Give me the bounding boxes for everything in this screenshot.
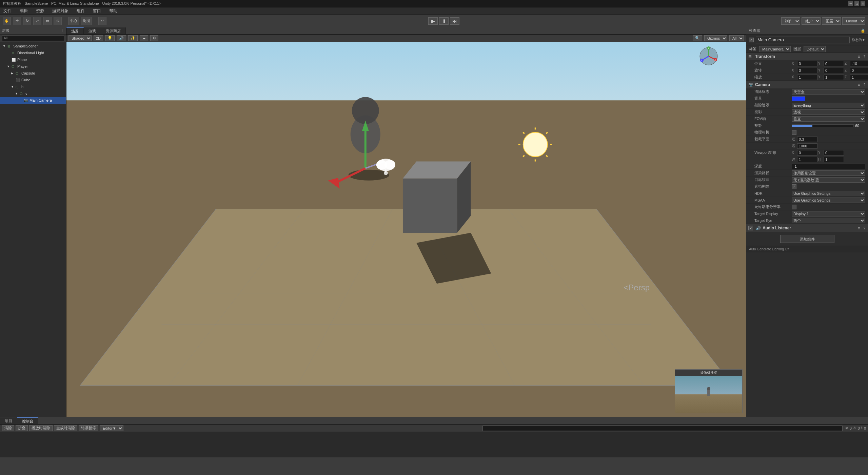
all-select[interactable]: All (729, 35, 744, 41)
position-x[interactable] (797, 61, 817, 66)
tab-scene[interactable]: 场景 (66, 27, 84, 34)
layers-dropdown[interactable]: 图层 (822, 17, 841, 25)
object-active-check[interactable]: ✓ (749, 38, 754, 42)
projection-select[interactable]: 透视 (792, 109, 865, 115)
tab-console[interactable]: 控制台 (17, 417, 38, 424)
tree-item-cube[interactable]: ⬛ Cube (0, 77, 66, 83)
tree-item-capsule[interactable]: ▶ ⬡ Capsule (0, 70, 66, 77)
target-display-select[interactable]: Display 1 (792, 211, 865, 216)
fov-axis-select[interactable]: 垂直 (792, 116, 865, 122)
account-dropdown[interactable]: 账户 (802, 17, 821, 25)
viewport-w[interactable] (797, 157, 817, 162)
tab-assetstore[interactable]: 资源商店 (101, 27, 126, 34)
tool-move[interactable]: ✛ (13, 17, 21, 25)
background-color-swatch[interactable] (792, 96, 805, 101)
scale-y[interactable] (824, 75, 844, 80)
pivot-button[interactable]: 中心 (68, 17, 79, 25)
2d-button[interactable]: 2D (94, 35, 103, 41)
minimize-button[interactable]: ─ (848, 1, 853, 6)
dynamic-res-check[interactable] (792, 205, 796, 209)
menu-component[interactable]: 组件 (75, 7, 86, 15)
viewport-x[interactable] (797, 150, 817, 156)
undo-button[interactable]: ↩ (98, 17, 106, 25)
clear-button[interactable]: 清除 (2, 425, 14, 431)
editor-dropdown[interactable]: Editor▼ (100, 425, 123, 431)
layer-select[interactable]: Default (804, 46, 826, 52)
msaa-select[interactable]: Use Graphics Settings (792, 198, 865, 203)
tool-scale[interactable]: ⤢ (33, 17, 41, 25)
static-label[interactable]: 静态的▼ (852, 38, 865, 42)
camera-help-btn[interactable]: ? (863, 83, 866, 87)
viewport-h[interactable] (824, 157, 844, 162)
audio-listener-enable-check[interactable]: ✓ (748, 226, 753, 230)
tree-item-h[interactable]: ▼ ⬡ h (0, 83, 66, 90)
scale-z[interactable] (850, 75, 868, 80)
hierarchy-menu-btn[interactable]: ⋮ (60, 28, 64, 33)
tool-rotate[interactable]: ↻ (23, 17, 31, 25)
pause-button[interactable]: ⏸ (439, 17, 449, 25)
scale-x[interactable] (797, 75, 817, 80)
clear-on-build-button[interactable]: 生成时清除 (54, 425, 77, 431)
cloud-dropdown[interactable]: 制作 (781, 17, 800, 25)
tool-transform[interactable]: ⊕ (54, 17, 62, 25)
clear-flags-select[interactable]: 天空盒 (792, 89, 865, 95)
camera-settings-btn[interactable]: ⚙ (857, 83, 861, 87)
tree-item-v[interactable]: ▼ ⬡ v (0, 90, 66, 97)
menu-window[interactable]: 窗口 (92, 7, 102, 15)
rotation-z[interactable] (850, 68, 868, 73)
audio-button[interactable]: 🔊 (117, 35, 126, 41)
menu-edit[interactable]: 编辑 (18, 7, 29, 15)
add-component-button[interactable]: 添加组件 (780, 235, 834, 243)
tab-project[interactable]: 项目 (0, 417, 17, 424)
console-search[interactable] (482, 426, 842, 431)
target-texture-select[interactable]: 无 (渲染器纹理) (792, 177, 865, 183)
physical-camera-check[interactable] (792, 130, 796, 135)
position-y[interactable] (824, 61, 844, 66)
position-z[interactable] (850, 61, 868, 66)
menu-help[interactable]: 帮助 (108, 7, 119, 15)
component-camera-header[interactable]: 📷 Camera ⚙ ? (746, 81, 868, 88)
menu-file[interactable]: 文件 (2, 7, 13, 15)
occlusion-check[interactable] (792, 184, 796, 189)
maximize-button[interactable]: □ (854, 1, 859, 6)
rotation-x[interactable] (797, 68, 817, 73)
menu-assets[interactable]: 资源 (35, 7, 45, 15)
layout-dropdown[interactable]: Layout (842, 17, 865, 25)
tag-select[interactable]: MainCamera (759, 46, 791, 52)
inspector-lock-btn[interactable]: 🔒 (861, 28, 865, 33)
tree-item-samplescene[interactable]: ▼ ⊞ SampleScene* (0, 43, 66, 49)
clip-far-input[interactable] (797, 143, 817, 149)
tree-item-maincamera[interactable]: 📷 Main Camera (0, 97, 66, 104)
lighting-button[interactable]: 💡 (105, 35, 115, 41)
tree-item-player[interactable]: ▼ ⬡ Player (0, 63, 66, 70)
window-controls[interactable]: ─ □ ✕ (848, 1, 865, 6)
menu-gameobject[interactable]: 游戏对象 (51, 7, 70, 15)
audio-listener-settings-btn[interactable]: ⚙ (857, 226, 861, 230)
component-audio-listener-header[interactable]: ✓ 🔊 Audio Listener ⚙ ? (746, 224, 868, 232)
transform-settings-btn[interactable]: ⚙ (857, 55, 861, 59)
target-eye-select[interactable]: 两个 (792, 218, 865, 223)
close-button[interactable]: ✕ (861, 1, 865, 6)
tool-hand[interactable]: ✋ (3, 17, 11, 25)
rotation-y[interactable] (824, 68, 844, 73)
tool-rect[interactable]: ▭ (43, 17, 52, 25)
clip-near-input[interactable] (797, 137, 817, 142)
hdr-select[interactable]: Use Graphics Settings (792, 191, 865, 196)
space-button[interactable]: 周围 (81, 17, 92, 25)
fov-slider[interactable] (792, 124, 854, 127)
transform-more-btn[interactable]: ? (863, 55, 866, 59)
search-scene-btn[interactable]: 🔍 (693, 35, 702, 41)
step-button[interactable]: ⏭ (450, 17, 459, 25)
gizmos-select[interactable]: Gizmos (704, 35, 727, 41)
scene-option1[interactable]: ☁ (140, 35, 148, 41)
hierarchy-search[interactable] (2, 36, 64, 41)
scene-canvas[interactable]: <Persp Y X (66, 42, 746, 417)
viewport-y[interactable] (824, 150, 844, 156)
shading-select[interactable]: Shaded (68, 35, 92, 41)
component-transform-header[interactable]: ⊞ Transform ⚙ ? (746, 53, 868, 60)
effects-button[interactable]: ✨ (128, 35, 138, 41)
culling-mask-select[interactable]: Everything (792, 103, 865, 108)
collapse-button[interactable]: 折叠 (16, 425, 28, 431)
clear-on-play-button[interactable]: 播放时清除 (29, 425, 53, 431)
tab-game[interactable]: 游戏 (84, 27, 101, 34)
